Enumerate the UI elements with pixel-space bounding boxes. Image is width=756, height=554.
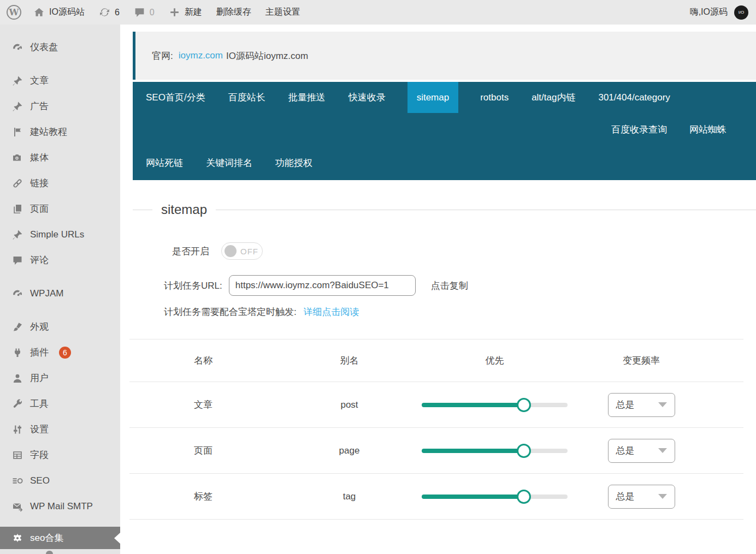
new-content-button[interactable]: 新建	[169, 7, 202, 18]
tab-sitemap[interactable]: sitemap	[407, 82, 459, 113]
cron-url-label: 计划任务URL:	[164, 279, 222, 292]
row-alias: page	[277, 445, 422, 456]
sidebar-item-文章[interactable]: 文章	[0, 68, 120, 93]
table-row: 文章post总是	[129, 382, 743, 428]
row-name: 文章	[129, 398, 277, 411]
sidebar-item-设置[interactable]: 设置	[0, 416, 120, 442]
tab-快速收录[interactable]: 快速收录	[347, 82, 387, 113]
sidebar-item-页面[interactable]: 页面	[0, 196, 120, 222]
sidebar-item-评论[interactable]: 评论	[0, 247, 120, 273]
column-header: 变更频率	[568, 354, 715, 367]
column-header: 名称	[129, 354, 277, 367]
read-more-link[interactable]: 详细点击阅读	[303, 307, 359, 317]
frequency-select[interactable]: 总是	[608, 439, 675, 463]
sidebar-item-label: 建站教程	[30, 126, 67, 138]
sidebar-item-label: WP Mail SMTP	[30, 501, 93, 512]
notice-suffix: IO源码站ioymz.com	[226, 50, 308, 62]
slider-knob[interactable]	[517, 444, 531, 458]
frequency-select[interactable]: 总是	[608, 393, 675, 417]
sidebar-item-label: WPJAM	[30, 288, 63, 299]
avatar[interactable]: I/O	[734, 5, 748, 20]
sidebar-item-label: 设置	[30, 423, 49, 436]
priority-slider[interactable]	[422, 495, 568, 499]
admin-bar: W IO源码站 6 0 新建 删除缓存 主题设置 嗨,IO源码 I/O	[0, 0, 756, 25]
sidebar-item-seo[interactable]: SEO	[0, 468, 120, 493]
sidebar-item-字段[interactable]: 字段	[0, 442, 120, 468]
priority-slider[interactable]	[422, 403, 568, 407]
tab-rotbots[interactable]: rotbots	[479, 82, 510, 113]
sidebar-item-外观[interactable]: 外观	[0, 314, 120, 339]
sidebar-item-seo合集[interactable]: seo合集	[0, 527, 120, 549]
clear-cache-button[interactable]: 删除缓存	[216, 7, 251, 18]
tab-301/404/category[interactable]: 301/404/category	[597, 82, 671, 113]
sidebar-item-label: 插件	[30, 346, 49, 359]
sidebar-item-媒体[interactable]: 媒体	[0, 145, 120, 170]
pin-icon	[12, 229, 23, 240]
tab-百度站长[interactable]: 百度站长	[227, 82, 267, 113]
sidebar-item-wpjam[interactable]: WPJAM	[0, 281, 120, 306]
tab-百度收录查询[interactable]: 百度收录查询	[610, 113, 668, 146]
sidebar-item-插件[interactable]: 插件6	[0, 339, 120, 365]
column-header: 别名	[277, 354, 422, 367]
chevron-down-icon	[658, 402, 667, 407]
cron-url-input[interactable]	[229, 275, 416, 296]
tab-网站蜘蛛[interactable]: 网站蜘蛛	[688, 113, 728, 146]
theme-settings-label: 主题设置	[265, 7, 300, 18]
frequency-select[interactable]: 总是	[608, 485, 675, 509]
enable-toggle[interactable]: OFF	[221, 242, 263, 260]
tab-关键词排名[interactable]: 关键词排名	[205, 146, 253, 180]
sitemap-table: 名称别名优先变更频率文章post总是页面page总是标签tag总是	[129, 339, 743, 520]
priority-slider[interactable]	[422, 449, 568, 453]
sidebar-item-建站教程[interactable]: 建站教程	[0, 119, 120, 145]
slider-knob[interactable]	[517, 398, 531, 412]
gear-icon	[12, 533, 23, 544]
wordpress-logo-icon[interactable]: W	[7, 5, 21, 20]
sidebar-item-仪表盘[interactable]: 仪表盘	[0, 34, 120, 60]
site-name: IO源码站	[49, 7, 85, 18]
chevron-down-icon	[658, 448, 667, 453]
plus-icon	[169, 7, 180, 18]
sidebar-item-label: 字段	[30, 449, 49, 461]
slider-fill	[422, 403, 524, 407]
row-name: 页面	[129, 444, 277, 457]
frequency-value: 总是	[616, 444, 635, 457]
cron-url-row: 计划任务URL: 点击复制	[164, 275, 756, 296]
slider-knob[interactable]	[517, 490, 531, 504]
sidebar-item-广告[interactable]: 广告	[0, 93, 120, 119]
tab-alt/tag内链[interactable]: alt/tag内链	[530, 82, 576, 113]
sidebar-item-链接[interactable]: 链接	[0, 170, 120, 196]
site-home-link[interactable]: IO源码站	[33, 7, 85, 18]
section-heading: sitemap	[133, 202, 756, 217]
seo-settings-tabs: SEO首页/分类百度站长批量推送快速收录sitemaprotbotsalt/ta…	[133, 82, 756, 180]
collapse-menu-partial-icon	[46, 551, 53, 554]
sliders-icon	[12, 424, 23, 435]
tab-功能授权[interactable]: 功能授权	[274, 146, 314, 180]
sidebar-item-用户[interactable]: 用户	[0, 365, 120, 391]
copy-button[interactable]: 点击复制	[431, 279, 468, 292]
table-row: 标签tag总是	[129, 474, 743, 520]
row-alias: post	[277, 400, 422, 410]
frequency-value: 总是	[616, 398, 635, 411]
tab-seo首页/分类[interactable]: SEO首页/分类	[145, 82, 206, 113]
table-header-row: 名称别名优先变更频率	[129, 339, 743, 382]
slider-fill	[422, 495, 524, 499]
sidebar-item-label: 文章	[30, 74, 49, 87]
official-site-link[interactable]: ioymz.com	[179, 50, 223, 61]
theme-settings-button[interactable]: 主题设置	[265, 7, 300, 18]
comments-item[interactable]: 0	[134, 7, 155, 18]
update-count-badge: 6	[59, 347, 71, 359]
updates-item[interactable]: 6	[99, 7, 120, 18]
link-icon	[12, 178, 23, 189]
cron-note-text: 计划任务需要配合宝塔定时触发:	[164, 307, 297, 317]
sidebar-item-wp-mail-smtp[interactable]: WP Mail SMTP	[0, 493, 120, 519]
sidebar-item-label: 工具	[30, 397, 49, 410]
home-icon	[33, 7, 45, 18]
user-greeting[interactable]: 嗨,IO源码	[690, 7, 728, 18]
sidebar-item-工具[interactable]: 工具	[0, 391, 120, 416]
tab-批量推送[interactable]: 批量推送	[287, 82, 327, 113]
tab-网站死链[interactable]: 网站死链	[145, 146, 184, 180]
comments-count: 0	[150, 8, 155, 17]
comment-bubble-icon	[134, 7, 145, 18]
sidebar-item-simple-urls[interactable]: Simple URLs	[0, 222, 120, 247]
seo-icon	[12, 475, 23, 486]
